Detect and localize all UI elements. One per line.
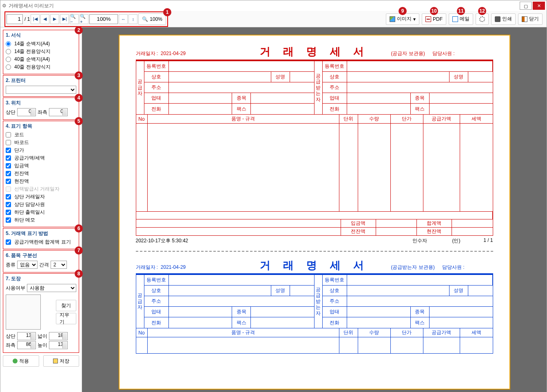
settings-icon [479,16,485,22]
preview-page: 거래일자 : 2021-04-29 거 래 명 세 서 (공급자 보관용)담당사… [119,35,510,390]
panel-stamp: 8 7. 도장 사용여부 사용함 찾기 지우기 상단13 넓이18 좌측86 [3,273,79,353]
panel-position: 4 3. 위치 상단0 좌측0 [3,97,79,120]
field-chk-2[interactable] [6,148,11,153]
marker-10: 10 [430,7,438,15]
form-opt-0[interactable] [6,41,11,47]
field-chk-11[interactable] [6,217,11,223]
close-panel-button[interactable]: 닫기 [518,13,543,25]
field-chk-0[interactable] [6,132,11,137]
mail-button[interactable]: 메일 [449,13,473,25]
cut-line [136,251,493,252]
panel-form-title: 1. 서식 [6,32,76,39]
zoom-input[interactable] [89,14,118,24]
pos-left-input[interactable]: 0 [49,108,68,116]
prev-page-button[interactable]: ◀ [40,14,49,24]
fit-width-button[interactable]: ↔ [119,14,128,24]
receiver-label: 인수자 [395,237,444,244]
stamp-label: (인) [444,237,469,244]
first-page-button[interactable]: |◀ [31,14,40,24]
stamp-use-select[interactable]: 사용함 [27,284,76,292]
mail-icon [452,16,458,22]
pdf-button[interactable]: PDF [422,13,446,25]
amount-opt[interactable] [6,239,11,245]
marker-11: 11 [457,7,465,15]
settings-button[interactable] [476,13,489,25]
stamp-clear-button[interactable]: 지우기 [56,313,76,324]
sidebar: 2 1. 서식 14줄 순백지(A4) 14줄 전용양식지 40줄 순백지(A4… [0,27,82,392]
image-button[interactable]: 이미지 ▾ [386,13,419,25]
pos-top-input[interactable]: 0 [17,108,36,116]
marker-1: 1 [163,8,171,16]
panel-form: 2 1. 서식 14줄 순백지(A4) 14줄 전용양식지 40줄 순백지(A4… [3,30,79,74]
stamp-height[interactable]: 13 [49,341,68,349]
field-chk-8[interactable] [6,194,11,199]
printer-select[interactable] [6,86,76,94]
form-opt-3[interactable] [6,64,11,70]
marker-5: 5 [75,117,83,125]
field-chk-10[interactable] [6,210,11,215]
panel-amount: 6 5. 거래액 표기 방법 공급가액란에 합계액 표기 [3,228,79,249]
marker-9: 9 [399,7,407,15]
save-icon [53,359,58,363]
stamp-width[interactable]: 18 [49,332,68,340]
divider-kind-select[interactable]: 없음 [17,261,38,269]
print-icon [495,16,500,22]
panel-divider: 7 6. 품목 구분선 종류 없음 간격 2 [3,250,79,272]
fit-height-button[interactable]: ↕ [128,14,137,24]
field-chk-3[interactable] [6,155,11,161]
stamp-left[interactable]: 86 [17,341,36,349]
stamp-preview [6,295,41,330]
field-chk-1[interactable] [6,140,11,145]
marker-4: 4 [75,94,83,102]
field-chk-6[interactable] [6,179,11,184]
panel-stamp-title: 7. 도장 [6,275,76,282]
field-chk-5[interactable] [6,171,11,176]
panel-divider-title: 6. 품목 구분선 [6,252,76,259]
gear-icon: ⚙ [2,3,7,9]
zoom-fit-button[interactable]: 🔍 100% [138,13,166,25]
marker-7: 7 [75,246,83,255]
page-input[interactable] [7,14,23,24]
panel-amount-title: 5. 거래액 표기 방법 [6,230,76,237]
stamp-top[interactable]: 13 [17,332,36,340]
next-page-button[interactable]: ▶ [50,14,59,24]
stamp-find-button[interactable]: 찾기 [56,300,76,311]
panel-printer-title: 2. 프린터 [6,77,76,84]
marker-12: 12 [478,7,486,15]
form-opt-1[interactable] [6,49,11,54]
page-number: 1 / 1 [469,237,493,244]
printed-time: 2022-10-17오후 5:30:42 [136,237,395,244]
panel-position-title: 3. 위치 [6,100,76,106]
toolbar: / 1 |◀ ◀ ▶ ▶| 🔍− 🔍+ ↔ ↕ 🔍 100% 1 이미지 ▾ 9… [0,11,547,27]
maximize-button[interactable]: ▢ [520,2,532,10]
zoom-in-button[interactable]: 🔍+ [80,14,89,24]
field-chk-9[interactable] [6,202,11,207]
divider-gap-select[interactable]: 2 [51,261,67,269]
page-total: / 1 [24,16,30,22]
pdf-icon [425,16,431,22]
marker-6: 6 [75,224,83,233]
image-icon [390,16,395,22]
window-title: 거래명세서 미리보기 [9,2,520,9]
preview-area[interactable]: 거래일자 : 2021-04-29 거 래 명 세 서 (공급자 보관용)담당사… [82,27,547,392]
panel-fields: 5 4. 표기 항목 코드바코드단가공급가액/세액입금액전잔액현잔액선택발급시 … [3,121,79,227]
check-icon [13,359,18,363]
close-button[interactable]: ✕ [533,2,545,10]
last-page-button[interactable]: ▶| [60,14,69,24]
marker-8: 8 [75,270,83,278]
toolbar-navigation-group: / 1 |◀ ◀ ▶ ▶| 🔍− 🔍+ ↔ ↕ 🔍 100% 1 [4,11,168,27]
panel-printer: 3 2. 프린터 [3,75,79,97]
save-button[interactable]: 저장 [43,355,80,367]
zoom-out-button[interactable]: 🔍− [70,14,79,24]
field-chk-7[interactable] [6,186,11,192]
apply-button[interactable]: 적용 [3,355,39,367]
marker-2: 2 [75,26,83,34]
field-chk-4[interactable] [6,163,11,168]
print-button[interactable]: 인쇄 [491,13,516,25]
panel-fields-title: 4. 표기 항목 [6,123,76,130]
marker-3: 3 [75,71,83,80]
close-icon [522,16,527,22]
form-opt-2[interactable] [6,57,11,62]
